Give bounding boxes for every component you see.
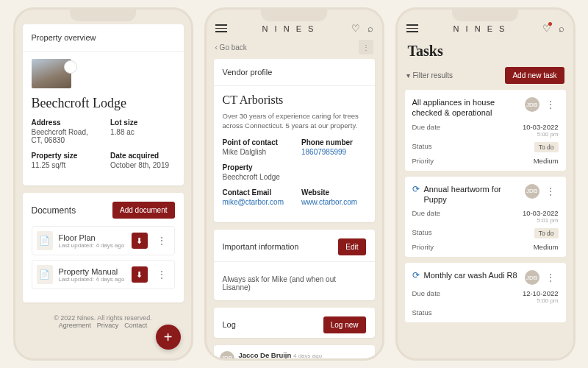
go-back-link[interactable]: ‹ Go back xyxy=(215,43,247,52)
more-icon[interactable]: ⋮ xyxy=(359,40,373,54)
document-icon: 📄 xyxy=(37,265,53,284)
acquired-label: Date acquired xyxy=(110,152,175,160)
task-card[interactable]: ⟳ Annual heartworm for Puppy JDB ⋮ Due d… xyxy=(405,177,566,258)
sync-icon: ⟳ xyxy=(412,184,420,194)
log-author: Jacco De Bruijn xyxy=(239,351,292,358)
task-title: All appliances in house checked & operat… xyxy=(412,97,520,118)
property-overview-card: Property overview Beechcroft Lodge Addre… xyxy=(23,24,184,185)
size-value: 11.25 sq/ft xyxy=(32,161,96,169)
filter-results[interactable]: ▾Filter results xyxy=(406,71,453,79)
notch xyxy=(70,10,136,21)
bell-icon[interactable]: ♡ xyxy=(542,23,551,34)
avatar: JDB xyxy=(525,270,539,285)
email-label: Contact Email xyxy=(223,188,287,197)
property-thumbnail[interactable] xyxy=(32,59,71,88)
email-value[interactable]: mike@ctarbor.com xyxy=(223,198,287,206)
prop-label: Property xyxy=(223,163,366,171)
property-name: Beechcroft Lodge xyxy=(32,96,175,111)
priority-label: Priority xyxy=(412,243,434,251)
vendor-name: CT Arborists xyxy=(223,93,366,107)
vendor-section: Vendor profile xyxy=(223,68,366,82)
brand: N I N E S xyxy=(453,24,507,33)
more-icon[interactable]: ⋮ xyxy=(542,272,559,283)
task-title: Annual heartworm for Puppy xyxy=(424,184,520,205)
lot-value: 1.88 ac xyxy=(110,128,175,136)
add-fab[interactable]: + xyxy=(156,325,181,350)
doc-name: Floor Plan xyxy=(59,233,126,242)
phone-property: Property overview Beechcroft Lodge Addre… xyxy=(13,7,193,361)
phone-vendor: N I N E S ♡ ⌕ ‹ Go back ⋮ Vendor profile… xyxy=(204,7,384,361)
footer-link[interactable]: Contact xyxy=(124,322,147,329)
log-new-button[interactable]: Log new xyxy=(323,316,366,333)
phone-value[interactable]: 18607985999 xyxy=(301,148,366,156)
download-icon[interactable]: ⬇ xyxy=(132,266,148,283)
sync-icon: ⟳ xyxy=(412,270,420,280)
prop-value: Beechcroft Lodge xyxy=(223,173,366,181)
notch xyxy=(261,10,327,21)
status-label: Status xyxy=(412,142,432,152)
size-label: Property size xyxy=(32,152,96,160)
document-row[interactable]: 📄 Floor Plan Last updated: 4 days ago ⬇ … xyxy=(32,226,175,255)
task-card[interactable]: ⟳ Monthly car wash Audi R8 JDB ⋮ Due dat… xyxy=(405,263,566,322)
vendor-desc: Over 30 years of experience caring for t… xyxy=(223,111,366,131)
log-ago: 4 days ago xyxy=(293,353,322,358)
edit-button[interactable]: Edit xyxy=(338,238,365,255)
doc-meta: Last updated: 4 days ago xyxy=(59,242,126,249)
search-icon[interactable]: ⌕ xyxy=(559,23,564,34)
menu-icon[interactable] xyxy=(406,24,418,32)
address-label: Address xyxy=(32,118,96,127)
lot-label: Lot size xyxy=(110,118,175,127)
important-card: Important information Edit Always ask fo… xyxy=(214,230,375,300)
more-icon[interactable]: ⋮ xyxy=(154,235,170,247)
document-row[interactable]: 📄 Property Manual Last updated: 4 days a… xyxy=(32,260,175,289)
poc-label: Point of contact xyxy=(223,138,287,146)
footer-link[interactable]: Privacy xyxy=(97,322,119,329)
task-title: Monthly car wash Audi R8 xyxy=(424,270,520,280)
doc-name: Property Manual xyxy=(59,267,126,276)
add-task-button[interactable]: Add new task xyxy=(505,67,564,84)
filter-icon: ▾ xyxy=(406,71,410,79)
vendor-card: Vendor profile CT Arborists Over 30 year… xyxy=(214,59,375,222)
poc-value: Mike Dalglish xyxy=(223,148,287,156)
footer-link[interactable]: Agreement xyxy=(59,322,91,329)
copyright: © 2022 Nines. All rights reserved. xyxy=(23,314,184,322)
phone-tasks: N I N E S ♡ ⌕ Tasks ▾Filter results Add … xyxy=(395,7,576,361)
log-label: Log xyxy=(223,320,236,329)
more-icon[interactable]: ⋮ xyxy=(542,99,559,110)
due-value: 10-03-2022 xyxy=(523,123,559,131)
web-label: Website xyxy=(301,188,366,197)
status-value: To do xyxy=(534,142,559,152)
log-entry: JDB Jacco De Bruijn 4 days ago @CT Arbor… xyxy=(214,345,375,358)
documents-card: Documents Add document 📄 Floor Plan Last… xyxy=(23,193,184,302)
bell-icon[interactable]: ♡ xyxy=(351,23,360,34)
important-note: Always ask for Mike (and when out Lisann… xyxy=(223,269,366,291)
priority-label: Priority xyxy=(412,157,434,165)
notch xyxy=(452,10,518,21)
due-time: 5:00 pm xyxy=(523,297,559,304)
due-label: Due date xyxy=(412,289,441,304)
task-card[interactable]: All appliances in house checked & operat… xyxy=(405,90,566,171)
search-icon[interactable]: ⌕ xyxy=(368,23,373,34)
more-icon[interactable]: ⋮ xyxy=(154,269,170,280)
address-value: Beechcroft Road, CT, 06830 xyxy=(32,128,96,144)
avatar: JDB xyxy=(220,351,234,358)
priority-value: Medium xyxy=(534,157,559,165)
due-label: Due date xyxy=(412,209,441,224)
status-label: Status xyxy=(412,308,432,316)
add-document-button[interactable]: Add document xyxy=(112,202,175,219)
due-time: 5:00 pm xyxy=(523,131,559,138)
phone-label: Phone number xyxy=(301,138,366,146)
document-icon: 📄 xyxy=(37,231,53,250)
download-icon[interactable]: ⬇ xyxy=(132,233,148,249)
more-icon[interactable]: ⋮ xyxy=(542,185,559,197)
page-title: Tasks xyxy=(398,40,573,67)
important-label: Important information xyxy=(223,242,299,251)
menu-icon[interactable] xyxy=(215,24,227,32)
due-time: 5:01 pm xyxy=(523,217,559,224)
overview-label: Property overview xyxy=(32,33,175,48)
web-value[interactable]: www.ctarbor.com xyxy=(301,198,366,206)
due-value: 10-03-2022 xyxy=(523,209,559,217)
doc-meta: Last updated: 4 days ago xyxy=(59,276,126,283)
priority-value: Medium xyxy=(534,243,559,251)
status-value: To do xyxy=(534,228,559,238)
